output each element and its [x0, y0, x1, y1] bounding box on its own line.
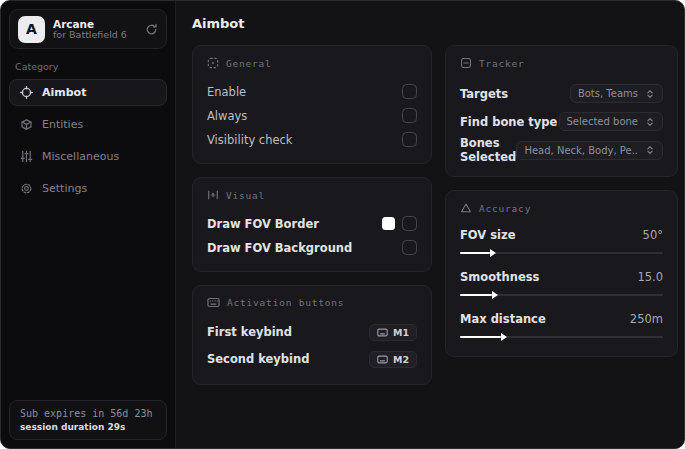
- enable-checkbox[interactable]: [402, 84, 417, 99]
- setting-row: Bones Selected Head, Neck, Body, Pe..: [460, 136, 663, 164]
- smoothness-value: 15.0: [637, 270, 663, 284]
- fov-size-value: 50°: [643, 228, 663, 242]
- setting-row: Max distance 250m: [460, 309, 663, 342]
- setting-label: Always: [207, 109, 247, 123]
- setting-label: Draw FOV Border: [207, 217, 319, 231]
- chevrons-up-down-icon: [645, 145, 655, 155]
- card-title: General: [226, 58, 272, 69]
- sidebar-item-settings[interactable]: Settings: [9, 175, 167, 202]
- sub-expiry-text: Sub expires in 56d 23h: [20, 408, 156, 419]
- page-title: Aimbot: [192, 16, 668, 31]
- slider-thumb[interactable]: [492, 291, 498, 299]
- setting-label: Draw FOV Background: [207, 241, 352, 255]
- app-subtitle: for Battlefield 6: [53, 30, 137, 41]
- card-title: Accuracy: [479, 203, 531, 214]
- setting-label: Find bone type: [460, 115, 557, 129]
- setting-label: FOV size: [460, 228, 516, 242]
- keyboard-icon: [377, 328, 388, 337]
- keyboard-icon: [377, 355, 388, 364]
- general-card: General Enable Always Visibility check: [192, 45, 432, 164]
- app-window: A Arcane for Battlefield 6 Category: [0, 0, 685, 449]
- setting-row: Always: [207, 104, 417, 127]
- profile-card: A Arcane for Battlefield 6: [9, 9, 167, 49]
- bones-selected-dropdown[interactable]: Head, Neck, Body, Pe..: [516, 141, 663, 160]
- sidebar: A Arcane for Battlefield 6 Category: [1, 1, 176, 448]
- accuracy-card: Accuracy FOV size 50°: [445, 190, 678, 357]
- sidebar-item-entities[interactable]: Entities: [9, 111, 167, 138]
- sidebar-item-label: Entities: [42, 118, 83, 131]
- sidebar-item-aimbot[interactable]: Aimbot: [9, 79, 167, 106]
- fov-size-slider[interactable]: [460, 248, 663, 258]
- draw-fov-background-checkbox[interactable]: [402, 240, 417, 255]
- card-title: Tracker: [479, 58, 525, 69]
- setting-label: First keybind: [207, 325, 292, 339]
- setting-row: Smoothness 15.0: [460, 267, 663, 300]
- dropdown-value: Head, Neck, Body, Pe..: [524, 145, 638, 156]
- category-label: Category: [15, 61, 161, 72]
- setting-row: Find bone type Selected bone: [460, 108, 663, 135]
- setting-row: FOV size 50°: [460, 225, 663, 258]
- setting-row: Draw FOV Background: [207, 236, 417, 259]
- app-name: Arcane: [53, 18, 137, 30]
- sliders-icon: [20, 150, 33, 163]
- dropdown-value: Bots, Teams: [578, 88, 638, 99]
- frame-icon: [207, 189, 219, 201]
- setting-row: First keybind M1: [207, 319, 417, 345]
- setting-label: Targets: [460, 87, 508, 101]
- activation-buttons-card: Activation buttons First keybind M1: [192, 285, 432, 385]
- keyboard-icon: [207, 297, 220, 308]
- avatar-letter: A: [26, 21, 37, 37]
- avatar: A: [18, 16, 45, 43]
- setting-label: Second keybind: [207, 352, 309, 366]
- setting-row: Enable: [207, 80, 417, 103]
- setting-row: Visibility check: [207, 128, 417, 151]
- max-distance-value: 250m: [630, 312, 663, 326]
- dropdown-value: Selected bone: [567, 116, 638, 127]
- targets-dropdown[interactable]: Bots, Teams: [570, 84, 663, 103]
- second-keybind-button[interactable]: M2: [369, 351, 417, 368]
- draw-fov-border-checkbox[interactable]: [402, 216, 417, 231]
- smoothness-slider[interactable]: [460, 290, 663, 300]
- visibility-check-checkbox[interactable]: [402, 132, 417, 147]
- setting-label: Bones Selected: [460, 136, 516, 164]
- setting-row: Second keybind M2: [207, 346, 417, 372]
- subscription-info: Sub expires in 56d 23h session duration …: [9, 400, 167, 440]
- scan-icon: [207, 57, 219, 69]
- slider-thumb[interactable]: [490, 249, 496, 257]
- cube-icon: [20, 118, 33, 131]
- main-content: Aimbot General Enable: [176, 1, 684, 448]
- session-duration-text: session duration 29s: [20, 422, 156, 432]
- triangle-icon: [460, 202, 472, 214]
- tracker-card: Tracker Targets Bots, Teams: [445, 45, 678, 177]
- setting-label: Smoothness: [460, 270, 539, 284]
- setting-label: Enable: [207, 85, 246, 99]
- slider-thumb[interactable]: [501, 333, 507, 341]
- card-title: Visual: [226, 190, 265, 201]
- find-bone-type-dropdown[interactable]: Selected bone: [559, 112, 663, 131]
- max-distance-slider[interactable]: [460, 332, 663, 342]
- sidebar-item-miscellaneous[interactable]: Miscellaneous: [9, 143, 167, 170]
- first-keybind-button[interactable]: M1: [369, 324, 417, 341]
- sidebar-item-label: Aimbot: [42, 86, 86, 99]
- category-nav: Aimbot Entities: [9, 79, 167, 202]
- sidebar-item-label: Settings: [42, 182, 87, 195]
- card-title: Activation buttons: [227, 297, 344, 308]
- chevrons-up-down-icon: [645, 89, 655, 99]
- always-checkbox[interactable]: [402, 108, 417, 123]
- sidebar-item-label: Miscellaneous: [42, 150, 119, 163]
- setting-label: Max distance: [460, 312, 546, 326]
- refresh-icon[interactable]: [145, 23, 158, 36]
- square-minus-icon: [460, 57, 472, 69]
- keybind-value: M1: [393, 327, 409, 338]
- keybind-value: M2: [393, 354, 409, 365]
- gear-icon: [20, 182, 33, 195]
- chevrons-up-down-icon: [645, 117, 655, 127]
- setting-row: Draw FOV Border: [207, 212, 417, 235]
- fov-border-color-swatch[interactable]: [382, 217, 395, 230]
- setting-row: Targets Bots, Teams: [460, 80, 663, 107]
- visual-card: Visual Draw FOV Border Draw FOV Backgrou…: [192, 177, 432, 272]
- crosshair-icon: [20, 86, 33, 99]
- setting-label: Visibility check: [207, 133, 293, 147]
